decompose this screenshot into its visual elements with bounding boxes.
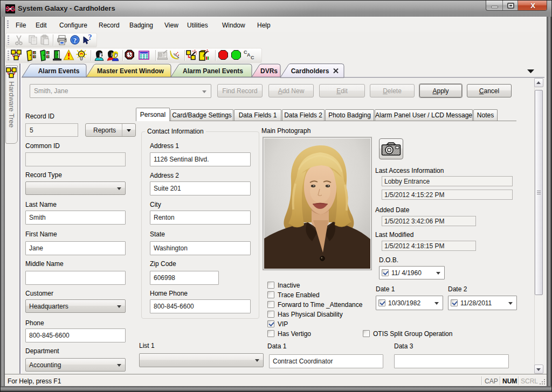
svg-text:S: S	[5, 5, 10, 13]
svg-text:Cardholders: Cardholders	[291, 67, 329, 75]
svg-text:?: ?	[73, 36, 77, 44]
svg-text:DVRs: DVRs	[260, 67, 278, 75]
svg-text:?: ?	[88, 34, 92, 41]
svg-text:C: C	[251, 55, 254, 60]
svg-text:A: A	[247, 52, 251, 58]
svg-text:Alarm Events: Alarm Events	[38, 67, 80, 75]
svg-text:Alarm Panel Events: Alarm Panel Events	[183, 67, 243, 75]
svg-text:Master Event Window: Master Event Window	[97, 67, 164, 75]
